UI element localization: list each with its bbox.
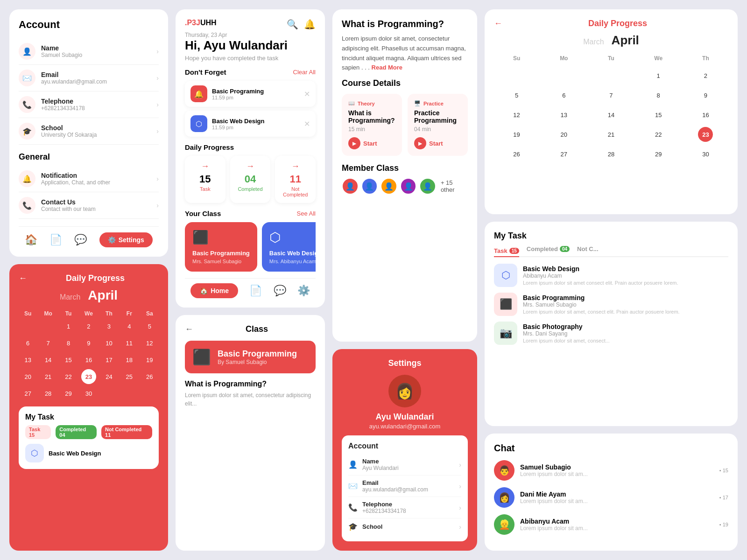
cal-day[interactable]: 16 [81,352,96,367]
cal-right-day[interactable]: 19 [509,127,524,142]
cal-day[interactable]: 23 [81,369,96,384]
see-all-button[interactable]: See All [297,210,316,217]
cal-right-day[interactable]: 2 [698,68,713,83]
cal-right-day[interactable]: 7 [604,88,619,103]
cal-day[interactable]: 4 [122,319,137,334]
cal-day[interactable]: 12 [142,336,157,350]
cal-right-day[interactable]: 27 [557,147,571,161]
cal-day[interactable]: 11 [122,336,137,350]
settings-item[interactable]: ✉️ Email ayu.wulandari@gmail.com › [348,476,461,497]
tab-not-completed[interactable]: Not C... [577,245,599,252]
cal-day[interactable]: 10 [101,336,116,350]
cal-day[interactable]: 9 [81,336,96,350]
cal-day[interactable]: 19 [142,352,157,367]
chat-item-samuel[interactable]: 👨 Samuel Subagio Lorem ipsum dolor sit a… [494,460,728,481]
cal-day[interactable]: 29 [61,386,76,401]
account-item[interactable]: 👤 Name Samuel Subagio › [19,38,159,65]
search-icon[interactable]: 🔍 [287,19,298,30]
cal-right-day[interactable]: 28 [604,147,619,161]
cal-right-day[interactable]: 9 [698,88,713,103]
class-card-programming[interactable]: ⬛ Basic Programming Mrs. Samuel Subagio [185,222,257,272]
cal-right-day[interactable]: 6 [557,88,571,103]
cal-day[interactable]: 1 [61,319,76,334]
general-item[interactable]: 📞 Contact Us Contact with our team › [19,192,159,219]
cal-day[interactable]: 26 [142,369,157,384]
settings-item[interactable]: 📞 Telephone +6282134334178 › [348,497,461,518]
read-more-link[interactable]: Read More [372,64,402,71]
chat-item-abibanyu[interactable]: 👱 Abibanyu Acam Lorem ipsum dolor sit am… [494,514,728,535]
chat-nav-icon[interactable]: 💬 [74,234,87,246]
reminder-close-1[interactable]: ✕ [304,90,310,98]
cal-right-day[interactable]: 1 [651,68,666,83]
cal-right-day [557,68,571,83]
dp-left-back[interactable]: ← [19,273,27,283]
cal-right-header: Tu [588,53,634,63]
cal-day[interactable]: 24 [101,369,116,384]
chat-time-dani: • 17 [719,495,728,500]
settings-item-chevron: › [459,461,461,469]
chat-item-dani[interactable]: 👩 Dani Mie Ayam Lorem ipsum dolor sit am… [494,487,728,508]
cal-day[interactable]: 13 [21,352,35,367]
cal-right-day[interactable]: 12 [509,107,524,122]
cal-day[interactable]: 14 [41,352,56,367]
cal-right-day[interactable]: 8 [651,88,666,103]
cal-day[interactable]: 20 [21,369,35,384]
docs-bottom-nav-icon[interactable]: 📄 [249,285,262,297]
cal-right-day[interactable]: 13 [557,107,571,122]
cal-right-day[interactable]: 30 [698,147,713,161]
start-theory-button[interactable]: ▶ Start [348,137,395,149]
settings-nav-button[interactable]: ⚙️ Settings [99,232,153,247]
cal-day[interactable]: 15 [61,352,76,367]
cal-day[interactable]: 5 [142,319,157,334]
cal-day[interactable]: 18 [122,352,137,367]
cal-right-day[interactable]: 16 [698,107,713,122]
cal-day[interactable]: 2 [81,319,96,334]
cal-day[interactable]: 17 [101,352,116,367]
member-avatar-2: 👤 [361,178,378,195]
tab-task[interactable]: Task 15 [494,245,519,257]
cal-right-day[interactable]: 22 [651,127,666,142]
cal-day[interactable]: 6 [21,336,35,350]
cal-day[interactable]: 27 [21,386,35,401]
chat-bottom-nav-icon[interactable]: 💬 [274,285,286,297]
reminder-close-2[interactable]: ✕ [304,119,310,128]
chat-preview-samuel: Lorem ipsum dolor sit am... [520,471,588,477]
dp-right-back[interactable]: ← [494,19,502,28]
cal-right-day[interactable]: 20 [557,127,571,142]
cal-day[interactable]: 22 [61,369,76,384]
start-practice-button[interactable]: ▶ Start [414,137,461,149]
account-item[interactable]: ✉️ Email ayu.wulandari@gmail.com › [19,65,159,91]
general-item[interactable]: 🔔 Notification Application, Chat, and ot… [19,166,159,192]
account-item[interactable]: 🎓 School University Of Sokaraja › [19,118,159,145]
cal-day[interactable]: 28 [41,386,56,401]
cal-day[interactable]: 8 [61,336,76,350]
chat-time-abibanyu: • 19 [719,522,728,527]
docs-nav-icon[interactable]: 📄 [49,234,62,246]
cal-day[interactable]: 3 [101,319,116,334]
settings-item[interactable]: 🎓 School › [348,518,461,535]
cal-right-day[interactable]: 5 [509,88,524,103]
cal-day[interactable]: 30 [81,386,96,401]
cal-day[interactable]: 7 [41,336,56,350]
class-detail-back[interactable]: ← [185,324,193,334]
tab-completed[interactable]: Completed 04 [527,245,570,252]
settings-item[interactable]: 👤 Name Ayu Wulandari › [348,454,461,476]
cal-right-day[interactable]: 21 [604,127,619,142]
badge-task: Task 15 [25,425,51,439]
home-nav-active[interactable]: 🏠 Home [190,283,238,298]
cal-right-day[interactable]: 15 [651,107,666,122]
account-item[interactable]: 📞 Telephone +6282134334178 › [19,91,159,118]
clear-all-button[interactable]: Clear All [293,69,316,76]
cal-right-day[interactable]: 26 [509,147,524,161]
settings-btn-label: Settings [119,236,144,244]
home-nav-icon[interactable]: 🏠 [25,234,37,246]
gear-bottom-nav-icon[interactable]: ⚙️ [297,285,310,297]
cal-right-day[interactable]: 23 [698,127,713,142]
cal-right-day[interactable]: 14 [604,107,619,122]
cal-right-day[interactable]: 29 [651,147,666,161]
class-card-webdesign[interactable]: ⬡ Basic Web Design Mrs. Abibanyu Acam [262,222,316,272]
task-list-teacher-webdesign: Abibanyu Acam [523,273,678,279]
bell-icon[interactable]: 🔔 [304,19,316,30]
cal-day[interactable]: 21 [41,369,56,384]
cal-day[interactable]: 25 [122,369,137,384]
